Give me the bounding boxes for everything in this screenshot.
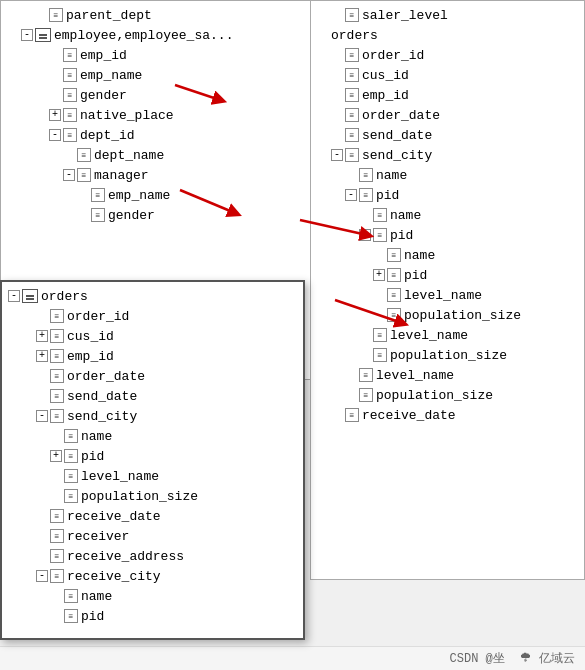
field-icon: ≡: [345, 408, 359, 422]
expand-icon[interactable]: +: [373, 269, 385, 281]
tree-item[interactable]: ≡pid: [8, 606, 297, 626]
expand-icon[interactable]: -: [8, 290, 20, 302]
tree-item[interactable]: ≡level_name: [317, 365, 578, 385]
field-icon: ≡: [91, 188, 105, 202]
item-label: send_date: [362, 128, 432, 143]
field-icon: ≡: [359, 168, 373, 182]
expand-icon[interactable]: +: [50, 450, 62, 462]
item-label: pid: [404, 268, 427, 283]
tree-item[interactable]: +≡native_place: [7, 105, 313, 125]
tree-item[interactable]: ≡name: [317, 165, 578, 185]
field-icon: ≡: [345, 88, 359, 102]
tree-item[interactable]: -employee,employee_sa...: [7, 25, 313, 45]
tree-item[interactable]: ≡emp_id: [7, 45, 313, 65]
tree-item[interactable]: ≡population_size: [317, 305, 578, 325]
field-icon: ≡: [50, 309, 64, 323]
footer-bar: CSDN @坐 🌩 亿域云: [0, 646, 585, 670]
tree-item[interactable]: ≡emp_id: [317, 85, 578, 105]
tree-item[interactable]: ≡order_date: [8, 366, 297, 386]
tree-item[interactable]: ≡level_name: [317, 325, 578, 345]
tree-item[interactable]: +≡cus_id: [8, 326, 297, 346]
field-icon: ≡: [359, 368, 373, 382]
expand-icon[interactable]: +: [36, 330, 48, 342]
field-icon: ≡: [50, 569, 64, 583]
expand-icon[interactable]: -: [49, 129, 61, 141]
expand-icon[interactable]: -: [331, 149, 343, 161]
field-icon: ≡: [50, 329, 64, 343]
tree-item[interactable]: ≡order_date: [317, 105, 578, 125]
field-icon: ≡: [77, 148, 91, 162]
tree-item[interactable]: ≡order_id: [8, 306, 297, 326]
field-icon: ≡: [373, 328, 387, 342]
field-icon: ≡: [50, 509, 64, 523]
tree-item[interactable]: ≡send_date: [317, 125, 578, 145]
tree-item[interactable]: ≡name: [8, 586, 297, 606]
expand-icon[interactable]: -: [345, 189, 357, 201]
tree-item[interactable]: ≡gender: [7, 85, 313, 105]
tree-item[interactable]: -≡send_city: [317, 145, 578, 165]
tree-item[interactable]: -orders: [8, 286, 297, 306]
tree-item[interactable]: ≡receive_address: [8, 546, 297, 566]
tree-item[interactable]: ≡emp_name: [7, 185, 313, 205]
tree-item[interactable]: ≡send_date: [8, 386, 297, 406]
tree-item[interactable]: orders: [317, 25, 578, 45]
field-icon: ≡: [50, 409, 64, 423]
popup-tree-content: -orders≡order_id+≡cus_id+≡emp_id≡order_d…: [2, 282, 303, 630]
tree-item[interactable]: +≡emp_id: [8, 346, 297, 366]
tree-item[interactable]: -≡receive_city: [8, 566, 297, 586]
tree-item[interactable]: -≡pid: [317, 185, 578, 205]
tree-item[interactable]: +≡pid: [8, 446, 297, 466]
tree-item[interactable]: ≡population_size: [317, 385, 578, 405]
field-icon: ≡: [50, 349, 64, 363]
right-tree-panel: ≡saler_levelorders≡order_id≡cus_id≡emp_i…: [310, 0, 585, 580]
item-label: population_size: [390, 348, 507, 363]
tree-item[interactable]: ≡population_size: [8, 486, 297, 506]
item-label: order_date: [67, 369, 145, 384]
expand-icon[interactable]: +: [36, 350, 48, 362]
item-label: receive_date: [67, 509, 161, 524]
tree-item[interactable]: -≡pid: [317, 225, 578, 245]
tree-item[interactable]: -≡dept_id: [7, 125, 313, 145]
item-label: gender: [80, 88, 127, 103]
field-icon: ≡: [345, 68, 359, 82]
tree-item[interactable]: ≡receive_date: [8, 506, 297, 526]
item-label: dept_id: [80, 128, 135, 143]
tree-item[interactable]: -≡send_city: [8, 406, 297, 426]
expand-icon[interactable]: -: [36, 410, 48, 422]
expand-icon[interactable]: -: [36, 570, 48, 582]
tree-item[interactable]: ≡parent_dept: [7, 5, 313, 25]
item-label: emp_id: [80, 48, 127, 63]
field-icon: ≡: [373, 348, 387, 362]
item-label: parent_dept: [66, 8, 152, 23]
tree-item[interactable]: ≡gender: [7, 205, 313, 225]
field-icon: ≡: [64, 449, 78, 463]
tree-item[interactable]: ≡receiver: [8, 526, 297, 546]
expand-icon[interactable]: +: [49, 109, 61, 121]
item-label: receive_city: [67, 569, 161, 584]
item-label: orders: [331, 28, 378, 43]
tree-item[interactable]: ≡level_name: [317, 285, 578, 305]
tree-item[interactable]: ≡name: [317, 245, 578, 265]
expand-icon[interactable]: -: [21, 29, 33, 41]
tree-item[interactable]: ≡emp_name: [7, 65, 313, 85]
tree-item[interactable]: ≡population_size: [317, 345, 578, 365]
tree-item[interactable]: ≡saler_level: [317, 5, 578, 25]
item-label: level_name: [390, 328, 468, 343]
field-icon: ≡: [64, 589, 78, 603]
tree-item[interactable]: ≡cus_id: [317, 65, 578, 85]
expand-icon[interactable]: -: [63, 169, 75, 181]
field-icon: ≡: [387, 248, 401, 262]
tree-item[interactable]: ≡name: [317, 205, 578, 225]
tree-item[interactable]: ≡level_name: [8, 466, 297, 486]
item-label: pid: [81, 449, 104, 464]
tree-item[interactable]: ≡order_id: [317, 45, 578, 65]
tree-item[interactable]: ≡dept_name: [7, 145, 313, 165]
tree-item[interactable]: +≡pid: [317, 265, 578, 285]
item-label: native_place: [80, 108, 174, 123]
tree-item[interactable]: ≡receive_date: [317, 405, 578, 425]
tree-item[interactable]: ≡name: [8, 426, 297, 446]
tree-item[interactable]: -≡manager: [7, 165, 313, 185]
item-label: order_id: [67, 309, 129, 324]
item-label: name: [81, 429, 112, 444]
expand-icon[interactable]: -: [359, 229, 371, 241]
